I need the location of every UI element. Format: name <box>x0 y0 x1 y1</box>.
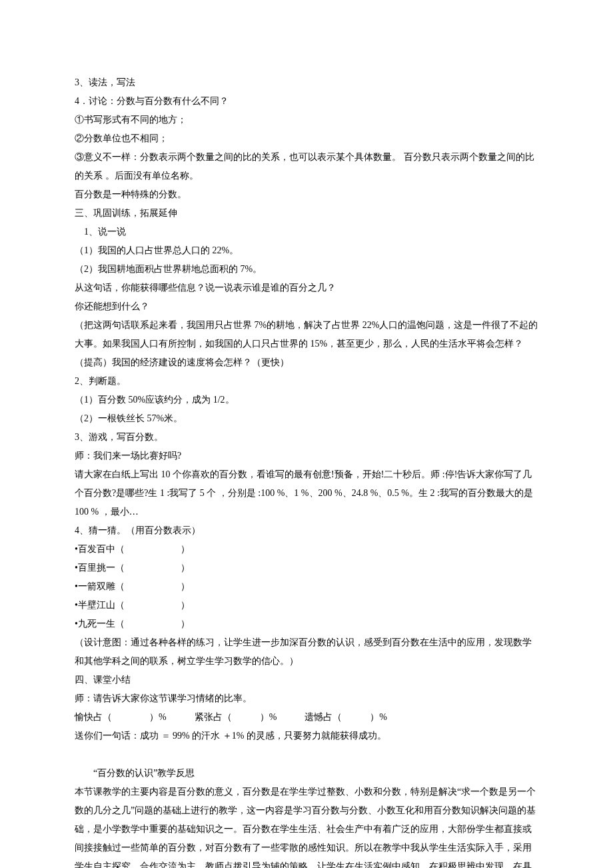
text-line: •半壁江山（ ） <box>75 596 538 615</box>
text-line: 4、猜一猜。（用百分数表示） <box>75 521 538 540</box>
text-line: （把这两句话联系起来看，我国用只占世界 7%的耕地，解决了占世界 22%人口的温… <box>75 316 538 372</box>
text-line: （2）一根铁丝长 57%米。 <box>75 409 538 428</box>
text-line: 你还能想到什么？ <box>75 297 538 316</box>
text-line: 四、课堂小结 <box>75 671 538 689</box>
text-line <box>75 745 538 764</box>
text-line: 3、游戏，写百分数。 <box>75 428 538 447</box>
text-line: ②分数单位也不相同； <box>75 129 538 148</box>
text-line: •一箭双雕（ ） <box>75 577 538 596</box>
text-line: （设计意图：通过各种各样的练习，让学生进一步加深百分数的认识，感受到百分数在生活… <box>75 633 538 671</box>
text-line: •百里挑一（ ） <box>75 559 538 577</box>
text-line: 3、读法，写法 <box>75 73 538 92</box>
text-line: ①书写形式有不同的地方； <box>75 111 538 129</box>
text-line: 请大家在白纸上写出 10 个你喜欢的百分数，看谁写的最有创意!预备，开始!二十秒… <box>75 465 538 521</box>
text-line: （1）百分数 50%应该约分，成为 1/2。 <box>75 391 538 409</box>
text-line: （2）我国耕地面积占世界耕地总面积的 7%。 <box>75 260 538 279</box>
text-line: 送你们一句话：成功 ＝ 99% 的汗水 ＋1% 的灵感，只要努力就能获得成功。 <box>75 727 538 745</box>
text-line: 2、判断题。 <box>75 372 538 391</box>
text-line: 三、巩固训练，拓展延伸 <box>75 204 538 223</box>
text-line: “百分数的认识”教学反思 <box>75 764 538 783</box>
text-line: 师：我们来一场比赛好吗? <box>75 447 538 465</box>
text-line: 从这句话，你能获得哪些信息？说一说表示谁是谁的百分之几？ <box>75 279 538 297</box>
text-line: ③意义不一样：分数表示两个数量之间的比的关系，也可以表示某个具体数量。 百分数只… <box>75 148 538 185</box>
document-body: 3、读法，写法4．讨论：分数与百分数有什么不同？①书写形式有不同的地方；②分数单… <box>75 73 538 868</box>
text-line: 百分数是一种特殊的分数。 <box>75 185 538 204</box>
text-line: 本节课教学的主要内容是百分数的意义，百分数是在学生学过整数、小数和分数，特别是解… <box>75 783 538 868</box>
text-line: 1、说一说 <box>75 223 538 241</box>
text-line: •百发百中（ ） <box>75 540 538 559</box>
text-line: 4．讨论：分数与百分数有什么不同？ <box>75 92 538 111</box>
text-line: 愉快占（ ）% 紧张占（ ）% 遗憾占（ ）% <box>75 708 538 727</box>
text-line: （1）我国的人口占世界总人口的 22%。 <box>75 241 538 260</box>
text-line: 师：请告诉大家你这节课学习情绪的比率。 <box>75 689 538 708</box>
text-line: •九死一生（ ） <box>75 615 538 633</box>
